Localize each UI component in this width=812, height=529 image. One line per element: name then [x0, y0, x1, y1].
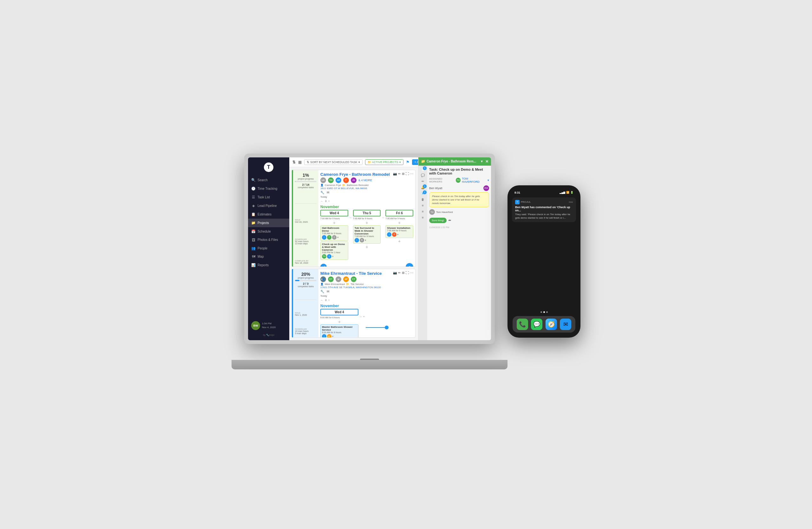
progress-scheduled: scheduled 92 man hours 13 man days [295, 238, 317, 245]
phone-dot [540, 311, 542, 313]
project-progress-bar-2: 20% project progress 2 / 3 completed tas… [293, 269, 318, 337]
dock-messages-icon[interactable]: 💬 [531, 319, 542, 330]
more-options-icon-2[interactable]: ⋯ [410, 271, 413, 274]
add-left[interactable]: + [325, 199, 327, 203]
notification-card[interactable]: T PROJUL now Ben Wyatt has commented on … [512, 197, 576, 222]
edit-icon[interactable]: ✏ [398, 172, 401, 175]
sidebar-item-label: Time Tracking [258, 187, 277, 190]
sidebar-item-estimates[interactable]: 📋 Estimates [248, 210, 289, 219]
project-address[interactable]: 1611 93RD ST W BELLEVUE, WA 98006 [320, 187, 390, 190]
worker-dropdown-icon[interactable]: ▾ [488, 178, 489, 182]
task-card-wed-2[interactable]: Master Bathroom Shower Service 8:00 AM f… [320, 324, 359, 337]
task-section-title: Task: Check up on Demo & Meet with Camer… [429, 168, 489, 175]
task-card-thu[interactable]: Tub Surround to Walk In Shower Conversio… [353, 225, 381, 244]
task-badge-r: R [360, 238, 364, 242]
close-panel-icon[interactable]: ✕ [485, 159, 489, 164]
panel-nav-icon-9[interactable]: ≡ [422, 216, 424, 219]
prev-page-btn[interactable]: ‹ 3 [320, 264, 327, 267]
expand-panel-icon[interactable]: ▼ [480, 160, 483, 163]
filter-icon[interactable]: ⚑ [406, 160, 409, 165]
add-task-btn-thu-2[interactable]: + [353, 244, 381, 249]
project-address-2[interactable]: 17621 5TH AVE SE TUKWILA, WASHINGTON 981… [320, 286, 381, 289]
panel-nav-icon-1[interactable]: 📄 5 [421, 168, 425, 171]
chevron-down-icon-2[interactable]: ▾ [332, 255, 334, 258]
reply-button[interactable]: Sure thing! [429, 218, 447, 223]
phone-empty-space [510, 222, 578, 310]
project-header-actions-2: 📷 ✏ ⊞ ⛶ ⋯ [393, 271, 413, 274]
add-task-btn-fri[interactable]: + [386, 220, 413, 225]
task-title-fri: Shower Installation [387, 227, 412, 229]
panel-nav-icon-4[interactable]: 🔔 1 [421, 186, 425, 189]
add-task-btn[interactable]: + [320, 220, 348, 225]
sidebar-item-photos-files[interactable]: 🖼 Photos & Files [248, 236, 289, 244]
sidebar-item-time-tracking[interactable]: 🕐 Time Tracking [248, 184, 289, 193]
sidebar-item-search[interactable]: 🔍 Search [248, 176, 289, 184]
chevron-down-icon-fri[interactable]: ▾ [397, 233, 399, 236]
panel-nav-icon-7[interactable]: ≡ [422, 204, 424, 207]
person-icon: 👤 [320, 184, 323, 187]
chevron-down-icon[interactable]: ▾ [337, 236, 339, 239]
wrench-icon[interactable]: 🔧 [320, 191, 324, 194]
grid-view-icon[interactable]: ⊞ [402, 172, 404, 175]
timeline-arrow-left-2: ← [320, 298, 323, 302]
add-task-btn-fri-2[interactable]: + [386, 239, 413, 244]
filter-button[interactable]: 📁 ACTIVE PROJECTS ▾ [365, 159, 404, 165]
chevron-down-icon-wed-2[interactable]: ▾ [332, 335, 334, 337]
panel-nav-icon-6[interactable]: 🗑 [421, 198, 424, 201]
sidebar-item-projects[interactable]: 📁 Projects [248, 219, 289, 227]
day-column-wed: Wed 4 7:00 AM for 9 hours + Hall Bathroo… [320, 210, 348, 260]
dock-safari-icon[interactable]: 🧭 [546, 319, 557, 330]
people-icon: 👥 [251, 246, 256, 251]
edit-icon-2[interactable]: ✏ [398, 271, 401, 274]
add-left-2[interactable]: + [325, 298, 327, 302]
task-time-2: 3:00 PM for 1 hour [322, 251, 347, 254]
project-actions: 🔧 ✉ [320, 191, 390, 194]
email-icon[interactable]: ✉ [327, 191, 329, 194]
project-header-left: Cameron Frye - Bathroom Remodel LK TH AD… [320, 172, 390, 194]
chevron-down-icon-thu[interactable]: ▾ [365, 239, 366, 242]
expand-project-btn[interactable]: ▾ [406, 263, 413, 267]
add-task-btn-wed-2[interactable]: + [320, 319, 359, 324]
add-project-button[interactable]: + ADD A NEW PROJECT [412, 159, 418, 165]
project-timeline: Cameron Frye - Bathroom Remodel LK TH AD… [318, 170, 415, 267]
sidebar-item-schedule[interactable]: 📅 Schedule [248, 227, 289, 236]
panel-nav-icon-2[interactable]: 💬 [421, 174, 425, 177]
project-header-left-2: Mike Ehrmantraut - Tile Service s👤 CT w … [320, 271, 381, 293]
sidebar: T 🔍 Search 🕐 Time Tracking ☰ Task List [248, 157, 289, 340]
connector-line [328, 201, 330, 201]
grid-view-icon-2[interactable]: ⊞ [402, 271, 404, 274]
sidebar-item-lead-pipeline[interactable]: ◈ Lead Pipeline [248, 201, 289, 210]
wrench-icon-2[interactable]: 🔧 [320, 290, 324, 293]
camera-icon-2[interactable]: 📷 [393, 271, 397, 274]
day-header-wed-2: Wed 4 [320, 309, 359, 315]
email-icon-2[interactable]: ✉ [327, 290, 329, 293]
sidebar-item-map[interactable]: 🗺 Map [248, 253, 289, 261]
sidebar-item-task-list[interactable]: ☰ Task List [248, 193, 289, 201]
add-task-btn-thu[interactable]: + [353, 220, 381, 225]
panel-nav-icon-8[interactable]: ≡ [422, 210, 424, 213]
sidebar-item-label: Projects [258, 221, 269, 225]
sidebar-item-label: Task List [258, 196, 270, 199]
phone-time: 8:31 [514, 191, 520, 194]
battery-icon: 🔋 [570, 191, 574, 194]
edit-reply-icon[interactable]: ✏ [449, 219, 451, 222]
panel-nav-icon-5[interactable]: 📧 2 [421, 192, 425, 195]
camera-icon[interactable]: 📷 [393, 172, 397, 175]
dock-phone-icon[interactable]: 📞 [517, 319, 528, 330]
dock-mail-icon[interactable]: ✉ [560, 319, 571, 330]
sort-button[interactable]: ⇅ SORT BY NEXT SCHEDULED TASK ▾ [304, 159, 363, 165]
sidebar-item-label: Reports [258, 263, 269, 267]
task-card[interactable]: Hall Bathroom Demo 7:00 AM for 9 hours i… [320, 225, 348, 241]
panel-nav-icon-3[interactable]: ✏ [422, 180, 424, 183]
task-card-2[interactable]: Check up on Demo & Meet with Cameron 3:0… [320, 242, 348, 260]
sidebar-item-people[interactable]: 👥 People [248, 244, 289, 253]
notification-header: T PROJUL now [515, 200, 573, 204]
more-workers-badge[interactable]: & 4 MORE [359, 178, 372, 182]
more-options-icon[interactable]: ⋯ [410, 172, 413, 175]
expand-icon[interactable]: ⛶ [406, 172, 409, 175]
task-card-fri[interactable]: Shower Installation 7:00 AM for 9 hours … [386, 225, 413, 238]
sidebar-item-reports[interactable]: 📊 Reports [248, 261, 289, 269]
day-header-thu: Thu 5 [353, 210, 381, 216]
phone: 8:31 ▂▄▆ 📶 🔋 T PROJUL [508, 185, 580, 338]
expand-icon-2[interactable]: ⛶ [406, 271, 409, 274]
